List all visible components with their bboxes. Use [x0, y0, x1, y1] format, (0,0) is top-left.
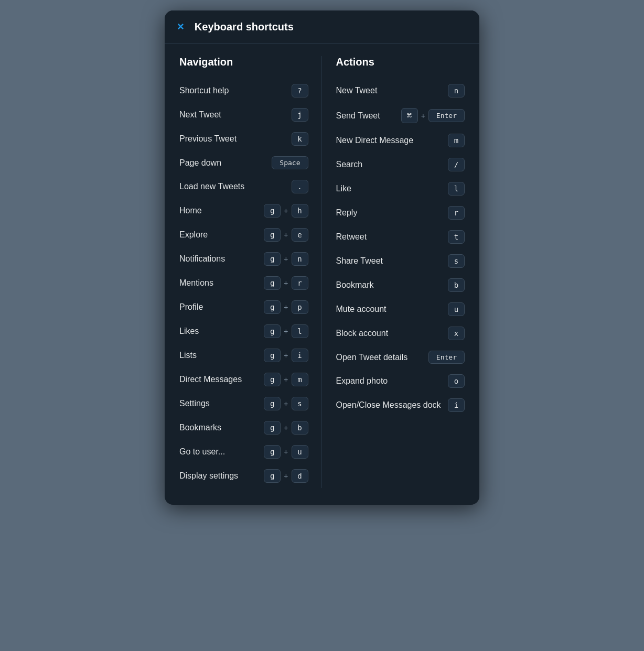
shortcut-row: Mute accountu — [336, 297, 465, 321]
shortcut-row: Open Tweet detailsEnter — [336, 345, 465, 369]
shortcut-row: New Tweetn — [336, 79, 465, 103]
shortcut-row: Search/ — [336, 153, 465, 177]
shortcut-label: Share Tweet — [336, 256, 383, 266]
key-badge: p — [292, 300, 308, 314]
plus-sign: + — [284, 375, 288, 384]
key-badge: g — [264, 324, 281, 338]
key-badge: g — [264, 276, 281, 290]
shortcut-label: Mute account — [336, 305, 387, 314]
plus-sign: + — [284, 327, 288, 335]
key-badge: ⌘ — [401, 108, 418, 123]
modal-title: Keyboard shortcuts — [195, 21, 294, 33]
key-badge: b — [448, 278, 465, 292]
shortcut-keys: g+n — [264, 252, 308, 266]
actions-section-title: Actions — [336, 56, 465, 68]
shortcut-row: Homeg+h — [179, 199, 308, 223]
shortcut-row: Expand photoo — [336, 369, 465, 393]
key-badge: . — [292, 180, 308, 193]
plus-sign: + — [284, 399, 288, 408]
key-badge: g — [264, 252, 281, 266]
shortcut-label: Mentions — [179, 278, 213, 288]
shortcut-row: Direct Messagesg+m — [179, 367, 308, 392]
shortcut-label: Bookmark — [336, 280, 374, 290]
plus-sign: + — [284, 231, 288, 239]
shortcut-keys: x — [448, 327, 465, 340]
shortcut-row: Next Tweetj — [179, 103, 308, 127]
plus-sign: + — [284, 303, 288, 311]
shortcut-keys: g+d — [264, 469, 308, 483]
shortcut-row: Bookmarksg+b — [179, 416, 308, 440]
key-badge: s — [448, 254, 465, 268]
shortcut-row: New Direct Messagem — [336, 128, 465, 153]
key-badge: i — [448, 398, 465, 412]
shortcut-label: Profile — [179, 302, 203, 312]
shortcut-label: New Direct Message — [336, 136, 414, 145]
shortcut-keys: g+r — [264, 276, 308, 290]
shortcut-label: Go to user... — [179, 447, 225, 457]
shortcut-label: Next Tweet — [179, 110, 221, 120]
key-badge: x — [448, 327, 465, 340]
key-badge: k — [292, 132, 308, 146]
shortcut-row: Block accountx — [336, 321, 465, 345]
navigation-rows: Shortcut help?Next TweetjPrevious Tweetk… — [179, 79, 308, 488]
shortcut-row: Retweett — [336, 225, 465, 249]
shortcut-label: Settings — [179, 399, 210, 408]
key-badge: g — [264, 204, 281, 218]
close-button[interactable]: × — [175, 19, 186, 35]
shortcut-row: Likesg+l — [179, 319, 308, 343]
key-badge: g — [264, 397, 281, 410]
key-badge: u — [448, 302, 465, 316]
shortcut-row: Previous Tweetk — [179, 127, 308, 151]
shortcut-keys: o — [448, 374, 465, 388]
plus-sign: + — [284, 207, 288, 215]
modal-body: Navigation Shortcut help?Next TweetjPrev… — [165, 44, 479, 505]
key-badge: r — [292, 276, 308, 290]
shortcut-keys: ⌘+Enter — [401, 108, 465, 123]
shortcut-keys: t — [448, 230, 465, 244]
key-badge: Enter — [428, 109, 465, 122]
shortcut-row: Profileg+p — [179, 295, 308, 319]
shortcut-keys: g+e — [264, 228, 308, 242]
navigation-column: Navigation Shortcut help?Next TweetjPrev… — [179, 56, 321, 488]
shortcut-keys: g+m — [264, 373, 308, 386]
shortcut-row: Notificationsg+n — [179, 247, 308, 271]
shortcut-row: Page downSpace — [179, 151, 308, 175]
shortcut-label: Retweet — [336, 232, 367, 242]
shortcut-keys: g+l — [264, 324, 308, 338]
shortcut-keys: g+u — [264, 445, 308, 459]
shortcut-keys: m — [448, 134, 465, 147]
shortcut-keys: g+s — [264, 397, 308, 410]
actions-column: Actions New TweetnSend Tweet⌘+EnterNew D… — [321, 56, 465, 488]
plus-sign: + — [284, 255, 288, 263]
shortcut-label: Explore — [179, 230, 208, 240]
key-badge: g — [264, 469, 281, 483]
shortcut-label: New Tweet — [336, 86, 378, 95]
shortcut-row: Likel — [336, 177, 465, 201]
shortcut-row: Load new Tweets. — [179, 175, 308, 199]
key-badge: l — [448, 182, 465, 196]
key-badge: i — [292, 349, 308, 362]
shortcut-label: Open Tweet details — [336, 353, 408, 362]
shortcut-label: Display settings — [179, 471, 238, 481]
shortcut-keys: ? — [292, 84, 308, 97]
shortcut-row: Shortcut help? — [179, 79, 308, 103]
key-badge: l — [292, 324, 308, 338]
shortcut-keys: g+b — [264, 421, 308, 435]
plus-sign: + — [284, 472, 288, 480]
shortcut-keys: b — [448, 278, 465, 292]
shortcut-label: Reply — [336, 208, 358, 218]
plus-sign: + — [284, 424, 288, 432]
shortcut-keys: Space — [272, 156, 308, 169]
key-badge: ? — [292, 84, 308, 97]
key-badge: m — [448, 134, 465, 147]
action-rows: New TweetnSend Tweet⌘+EnterNew Direct Me… — [336, 79, 465, 417]
shortcut-row: Go to user...g+u — [179, 440, 308, 464]
shortcut-label: Like — [336, 184, 351, 193]
shortcut-row: Mentionsg+r — [179, 271, 308, 295]
key-badge: d — [292, 469, 308, 483]
shortcut-keys: s — [448, 254, 465, 268]
shortcut-keys: g+i — [264, 349, 308, 362]
key-badge: n — [448, 84, 465, 97]
key-badge: e — [292, 228, 308, 242]
shortcut-row: Display settingsg+d — [179, 464, 308, 488]
